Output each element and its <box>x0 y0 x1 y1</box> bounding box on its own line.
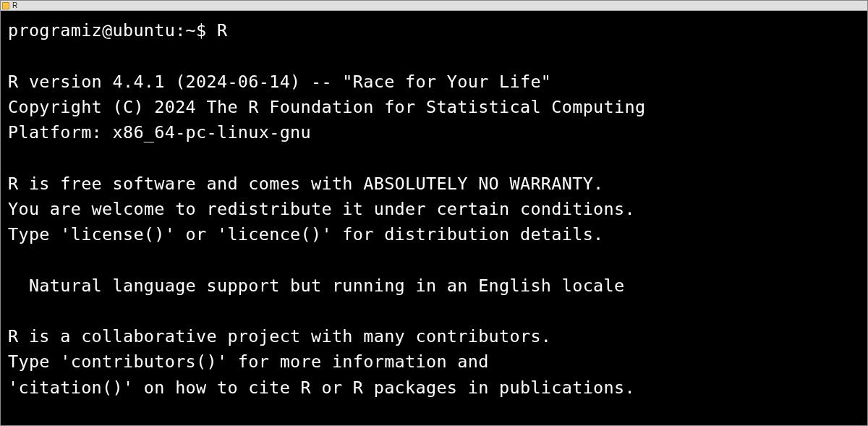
window-title: R <box>12 1 17 9</box>
output-line: Natural language support but running in … <box>8 276 624 296</box>
output-line: R version 4.4.1 (2024-06-14) -- "Race fo… <box>8 72 551 92</box>
terminal-window: R programiz@ubuntu:~$ R R version 4.4.1 … <box>0 0 868 426</box>
output-line: Type 'license()' or 'licence()' for dist… <box>8 224 604 244</box>
shell-command: R <box>217 20 227 41</box>
output-line: You are welcome to redistribute it under… <box>8 199 635 219</box>
r-app-icon <box>2 2 9 9</box>
output-line: Type 'contributors()' for more informati… <box>8 352 489 372</box>
terminal-viewport[interactable]: programiz@ubuntu:~$ R R version 4.4.1 (2… <box>1 11 867 425</box>
output-line: R is a collaborative project with many c… <box>8 326 551 346</box>
shell-prompt: programiz@ubuntu:~$ <box>8 20 217 41</box>
output-line: R is free software and comes with ABSOLU… <box>8 174 604 194</box>
titlebar[interactable]: R <box>1 1 867 11</box>
output-line: Platform: x86_64-pc-linux-gnu <box>8 122 311 142</box>
output-line: 'citation()' on how to cite R or R packa… <box>8 378 635 398</box>
output-line: Copyright (C) 2024 The R Foundation for … <box>8 97 645 117</box>
